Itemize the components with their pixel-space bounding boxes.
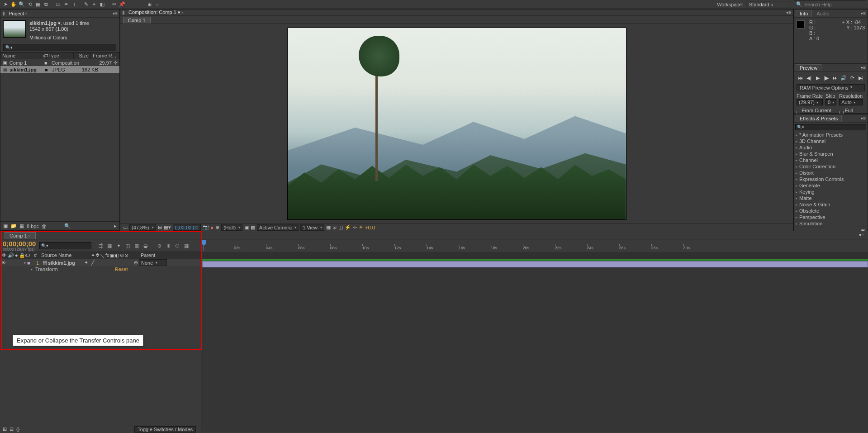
camera-select[interactable]: Active Camera bbox=[257, 224, 299, 231]
eye-icon[interactable]: 👁 bbox=[1, 260, 7, 266]
time-display[interactable]: 0;00;00;00 bbox=[173, 224, 201, 231]
layer-name[interactable]: sikkim1.jpg bbox=[48, 260, 83, 266]
layer-bar[interactable] bbox=[202, 261, 868, 267]
zoom-tool-icon[interactable]: 🔍 bbox=[18, 1, 25, 8]
drag-icon[interactable]: ▮ bbox=[122, 10, 127, 15]
skip-input[interactable]: 0 bbox=[825, 99, 836, 105]
audio-icon[interactable]: 🔊 bbox=[840, 74, 848, 81]
tl-btn-icon[interactable]: ⊕ bbox=[165, 242, 172, 249]
brush-tool-icon[interactable]: ✎ bbox=[82, 1, 90, 8]
tl-btn-icon[interactable]: ◫ bbox=[124, 242, 131, 249]
comp-tab[interactable]: Comp 1 bbox=[123, 17, 151, 24]
search-help-input[interactable]: 🔍 Search Help bbox=[794, 0, 866, 8]
effects-category[interactable]: ▸Expression Controls bbox=[794, 176, 868, 182]
label-col-icon[interactable]: 🏷 bbox=[24, 252, 33, 259]
tl-foot-icon[interactable]: {} bbox=[16, 427, 19, 432]
bpc-button[interactable]: 8 bpc bbox=[27, 224, 39, 229]
trash-icon[interactable]: 🗑 bbox=[42, 224, 47, 229]
view-select[interactable]: 1 View bbox=[300, 224, 324, 231]
timeline-tab[interactable]: Comp 1 × bbox=[5, 232, 36, 239]
eraser-tool-icon[interactable]: ◧ bbox=[99, 1, 106, 8]
tl-btn-icon[interactable]: ✦ bbox=[115, 242, 122, 249]
exposure-icon[interactable]: ☀ bbox=[359, 224, 363, 230]
workspace-select[interactable]: Standard bbox=[746, 1, 791, 8]
effects-category[interactable]: ▸Matte bbox=[794, 195, 868, 201]
pickwhip-icon[interactable]: ⊚ bbox=[134, 260, 138, 266]
effects-category[interactable]: ▸Distort bbox=[794, 170, 868, 176]
play-icon[interactable]: ▶ bbox=[814, 74, 821, 81]
tl-btn-icon[interactable]: ⏲ bbox=[174, 242, 181, 249]
transform-row[interactable]: ▸ Transform Reset bbox=[0, 266, 201, 272]
parent-select[interactable]: None bbox=[139, 259, 167, 266]
folder-icon[interactable]: 📁 bbox=[10, 223, 17, 229]
composition-viewer[interactable] bbox=[120, 24, 793, 224]
panel-menu-icon[interactable]: ▾≡ bbox=[786, 10, 791, 15]
view-opt2-icon[interactable]: ⊡ bbox=[332, 224, 337, 230]
search-icon[interactable]: 🔍 bbox=[64, 223, 71, 229]
audio-tab[interactable]: Audio bbox=[814, 10, 832, 17]
panel-menu-icon[interactable]: ▾≡ bbox=[861, 65, 866, 70]
timecode-display[interactable]: 0;00;00;00 bbox=[3, 240, 36, 247]
effects-category[interactable]: ▸3D Channel bbox=[794, 138, 868, 144]
tl-btn-icon[interactable]: ◒ bbox=[142, 242, 149, 249]
preview-tab[interactable]: Preview bbox=[796, 64, 821, 71]
reset-button[interactable]: Reset bbox=[115, 266, 128, 272]
ram-preview-icon[interactable]: ▶| bbox=[857, 74, 865, 81]
effects-category[interactable]: ▸Blur & Sharpen bbox=[794, 151, 868, 157]
project-search-input[interactable]: 🔍▾ bbox=[3, 44, 116, 51]
info-tab[interactable]: Info bbox=[796, 10, 812, 17]
transp-icon[interactable]: ▩ bbox=[251, 224, 255, 230]
camera-tool-icon[interactable]: ▦ bbox=[34, 1, 42, 8]
panbehind-tool-icon[interactable]: ⧉ bbox=[43, 1, 50, 8]
clone-tool-icon[interactable]: ⌖ bbox=[90, 1, 98, 8]
fast-icon[interactable]: ⚡ bbox=[345, 224, 351, 230]
effects-category[interactable]: ▸Simulation bbox=[794, 220, 868, 227]
effects-category[interactable]: ▸Perspective bbox=[794, 214, 868, 220]
effects-category[interactable]: ▸Keying bbox=[794, 189, 868, 195]
tl-btn-icon[interactable]: ▦ bbox=[183, 242, 190, 249]
snap-icon[interactable]: ⊞ bbox=[146, 1, 153, 8]
close-icon[interactable]: × bbox=[25, 11, 27, 16]
panel-menu-icon[interactable]: ▾≡ bbox=[856, 231, 867, 239]
effects-category[interactable]: ▸Color Correction bbox=[794, 163, 868, 170]
view-opt-icon[interactable]: ▦ bbox=[326, 224, 331, 230]
grid-icon[interactable]: ▦▾ bbox=[164, 224, 171, 230]
resize-icon[interactable]: ▸ bbox=[114, 223, 117, 229]
hand-tool-icon[interactable]: ✋ bbox=[10, 1, 17, 8]
timeline-tracks[interactable] bbox=[201, 259, 868, 432]
ram-preview-select[interactable]: RAM Preview Options bbox=[797, 84, 865, 91]
first-frame-icon[interactable]: ⏮ bbox=[797, 74, 804, 81]
snapshot-icon[interactable]: 📷 bbox=[203, 224, 209, 230]
project-tab[interactable]: Project bbox=[9, 11, 24, 16]
effects-category[interactable]: ▸Obsolete bbox=[794, 208, 868, 214]
mag-icon[interactable]: ▭ bbox=[123, 224, 128, 230]
channel2-icon[interactable]: ⊕ bbox=[215, 224, 219, 230]
channel-icon[interactable]: ● bbox=[211, 225, 214, 230]
effects-search-input[interactable]: 🔍▾ bbox=[795, 124, 866, 130]
panel-menu-icon[interactable]: ▾≡ bbox=[861, 116, 866, 121]
drag-icon[interactable]: ▮ bbox=[2, 10, 7, 16]
pixel-icon[interactable]: ◫ bbox=[338, 224, 343, 230]
effects-category[interactable]: ▸Audio bbox=[794, 144, 868, 151]
panel-menu-icon[interactable]: ▾≡ bbox=[861, 11, 866, 16]
interpret-icon[interactable]: ▣ bbox=[3, 223, 8, 229]
video-col-icon[interactable]: 👁 bbox=[2, 252, 7, 258]
close-icon[interactable]: × bbox=[181, 10, 184, 15]
tl-btn-icon[interactable]: ▦ bbox=[106, 242, 113, 249]
project-row[interactable]: ▣ Comp 1 ■ Composition 29.97 ⊹ bbox=[0, 59, 119, 66]
type-tool-icon[interactable]: T bbox=[71, 1, 78, 8]
parent-col[interactable]: Parent bbox=[139, 252, 180, 259]
rect-tool-icon[interactable]: ▭ bbox=[54, 1, 62, 8]
res-icon[interactable]: ⊞ bbox=[158, 224, 162, 230]
puppet-tool-icon[interactable]: 📌 bbox=[119, 1, 126, 8]
next-frame-icon[interactable]: |▶ bbox=[822, 74, 830, 81]
tl-btn-icon[interactable]: ⊘ bbox=[156, 242, 163, 249]
effects-category[interactable]: ▸Channel bbox=[794, 157, 868, 163]
tl-foot-icon[interactable]: ⊟ bbox=[9, 426, 14, 432]
toggle-switches-button[interactable]: Toggle Switches / Modes bbox=[134, 426, 196, 433]
panel-menu-icon[interactable]: ▾≡ bbox=[113, 11, 118, 16]
selection-tool-icon[interactable]: ➤ bbox=[2, 1, 9, 8]
rotate-tool-icon[interactable]: ⟲ bbox=[26, 1, 33, 8]
solo-col-icon[interactable]: ● bbox=[15, 252, 18, 258]
tl-btn-icon[interactable]: ⇶ bbox=[97, 242, 104, 249]
